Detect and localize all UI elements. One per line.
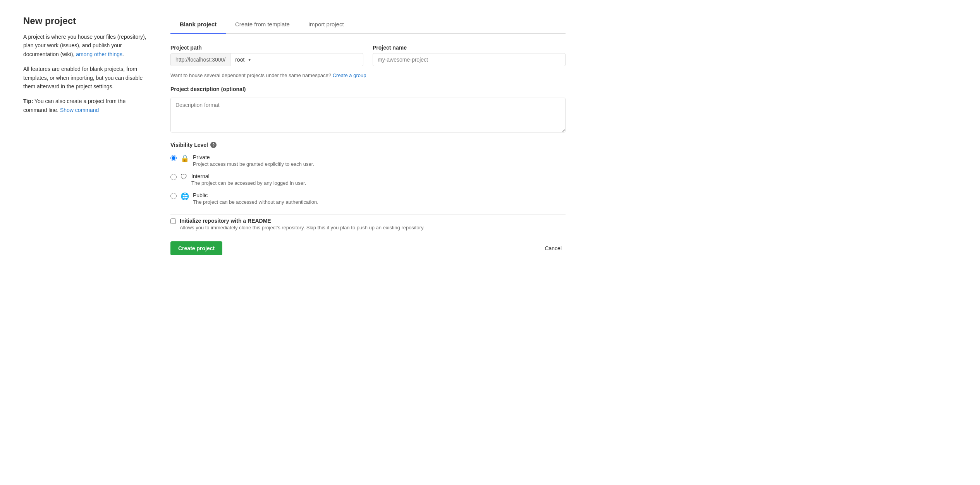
project-path-label: Project path [170, 45, 363, 51]
readme-text: Initialize repository with a README Allo… [180, 218, 425, 230]
namespace-help-text: Want to house several dependent projects… [170, 72, 566, 78]
readme-section: Initialize repository with a README Allo… [170, 214, 566, 230]
tab-create-from-template[interactable]: Create from template [226, 15, 299, 34]
project-path-group: Project path http://localhost:3000/ root… [170, 45, 363, 66]
description-group: Project description (optional) [170, 86, 566, 132]
project-name-group: Project name [373, 45, 566, 66]
sidebar-show-command-link[interactable]: Show command [60, 107, 99, 113]
path-input-row: http://localhost:3000/ root ▼ [170, 53, 363, 66]
visibility-title: Visibility Level ? [170, 142, 566, 148]
visibility-text-internal: Internal The project can be accessed by … [191, 173, 306, 186]
readme-checkbox[interactable] [170, 218, 176, 224]
visibility-section: Visibility Level ? 🔒 Private Project acc… [170, 142, 566, 205]
project-name-input[interactable] [373, 53, 566, 66]
visibility-radio-internal[interactable] [170, 174, 177, 180]
chevron-down-icon: ▼ [248, 58, 251, 62]
visibility-radio-public[interactable] [170, 193, 177, 199]
sidebar: New project A project is where you house… [23, 15, 147, 255]
sidebar-description-2: All features are enabled for blank proje… [23, 65, 147, 91]
namespace-value: root [235, 57, 244, 63]
form-actions: Create project Cancel [170, 241, 566, 255]
sidebar-tip: Tip: You can also create a project from … [23, 97, 147, 114]
main-content: Blank project Create from template Impor… [170, 15, 566, 255]
path-prefix: http://localhost:3000/ [171, 53, 230, 66]
sidebar-description-1: A project is where you house your files … [23, 33, 147, 58]
lock-icon: 🔒 [181, 154, 189, 163]
shield-icon: 🛡 [181, 173, 187, 181]
create-project-button[interactable]: Create project [170, 241, 222, 255]
visibility-text-private: Private Project access must be granted e… [193, 154, 314, 167]
visibility-radio-private[interactable] [170, 155, 177, 161]
tab-import-project[interactable]: Import project [299, 15, 353, 34]
tab-blank-project[interactable]: Blank project [170, 15, 226, 34]
visibility-option-public: 🌐 Public The project can be accessed wit… [170, 192, 566, 205]
create-group-link[interactable]: Create a group [333, 72, 366, 78]
globe-icon: 🌐 [181, 192, 189, 201]
description-label: Project description (optional) [170, 86, 566, 92]
project-name-label: Project name [373, 45, 566, 51]
visibility-option-internal: 🛡 Internal The project can be accessed b… [170, 173, 566, 186]
description-textarea[interactable] [170, 98, 566, 132]
page-title: New project [23, 15, 147, 26]
tabs: Blank project Create from template Impor… [170, 15, 566, 34]
visibility-help-icon[interactable]: ? [210, 142, 217, 148]
namespace-selector[interactable]: root ▼ [230, 53, 363, 66]
visibility-option-private: 🔒 Private Project access must be granted… [170, 154, 566, 167]
cancel-button[interactable]: Cancel [541, 241, 566, 255]
project-path-name-row: Project path http://localhost:3000/ root… [170, 45, 566, 66]
visibility-text-public: Public The project can be accessed witho… [193, 192, 318, 205]
sidebar-link-among[interactable]: among other things [76, 51, 122, 57]
